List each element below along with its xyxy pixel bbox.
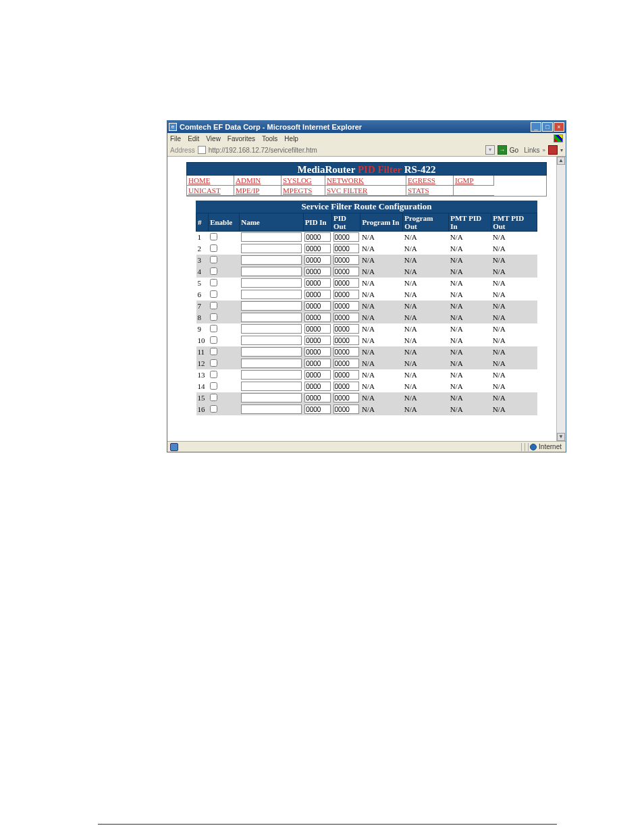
- enable-checkbox[interactable]: [210, 256, 217, 263]
- pid-out-input[interactable]: [333, 382, 359, 391]
- name-input[interactable]: [241, 267, 302, 276]
- links-chevron-icon[interactable]: »: [543, 147, 545, 153]
- pid-in-input[interactable]: [304, 278, 330, 288]
- enable-checkbox[interactable]: [210, 302, 217, 309]
- name-input[interactable]: [241, 232, 302, 242]
- pid-out-input[interactable]: [333, 278, 359, 288]
- pid-out-input[interactable]: [333, 347, 359, 357]
- nav-link-mpe-ip[interactable]: MPE/IP: [234, 186, 281, 196]
- pid-in-input[interactable]: [304, 324, 330, 334]
- close-button[interactable]: ×: [554, 122, 564, 132]
- nav-link-mpegts[interactable]: MPEGTS: [281, 186, 325, 196]
- menu-view[interactable]: View: [206, 135, 221, 142]
- pid-in-input[interactable]: [304, 347, 330, 357]
- menu-edit[interactable]: Edit: [188, 135, 199, 142]
- nav-link-svc-filter[interactable]: SVC FILTER: [325, 186, 406, 196]
- links-label[interactable]: Links: [524, 147, 539, 154]
- nav-link-admin[interactable]: ADMIN: [234, 176, 281, 186]
- pid-out-input[interactable]: [333, 336, 359, 345]
- name-input[interactable]: [241, 324, 302, 334]
- enable-checkbox[interactable]: [210, 244, 217, 252]
- pid-in-input[interactable]: [304, 301, 330, 311]
- pid-out-input[interactable]: [333, 359, 359, 368]
- maximize-button[interactable]: □: [542, 122, 553, 132]
- name-input[interactable]: [241, 290, 302, 299]
- enable-checkbox[interactable]: [210, 348, 217, 355]
- pid-in-input[interactable]: [304, 393, 330, 402]
- nav-link-egress[interactable]: EGRESS: [406, 176, 454, 186]
- pid-in-input[interactable]: [304, 382, 330, 391]
- toolbar-plugin-dropdown-icon[interactable]: ▾: [560, 147, 563, 153]
- enable-checkbox[interactable]: [210, 336, 217, 344]
- pid-in-input[interactable]: [304, 370, 330, 380]
- menu-help[interactable]: Help: [284, 135, 298, 142]
- pid-out-cell: [332, 323, 360, 335]
- name-input[interactable]: [241, 244, 302, 253]
- menu-tools[interactable]: Tools: [262, 135, 277, 142]
- pid-out-input[interactable]: [333, 393, 359, 402]
- pid-out-input[interactable]: [333, 290, 359, 299]
- nav-link-igmp[interactable]: IGMP: [454, 176, 494, 186]
- pid-out-input[interactable]: [333, 324, 359, 334]
- pid-out-input[interactable]: [333, 301, 359, 311]
- enable-checkbox[interactable]: [210, 371, 217, 378]
- scroll-up-button[interactable]: ▲: [557, 157, 565, 165]
- pid-out-input[interactable]: [333, 267, 359, 276]
- name-input[interactable]: [241, 301, 302, 311]
- enable-checkbox[interactable]: [210, 359, 217, 367]
- pid-out-input[interactable]: [333, 313, 359, 322]
- enable-checkbox[interactable]: [210, 279, 217, 286]
- name-input[interactable]: [241, 278, 302, 288]
- vertical-scrollbar[interactable]: ▲ ▼: [556, 157, 566, 441]
- pid-in-input[interactable]: [304, 313, 330, 322]
- address-input[interactable]: [209, 145, 483, 155]
- nav-link-unicast[interactable]: UNICAST: [187, 186, 234, 196]
- pid-in-input[interactable]: [304, 255, 330, 265]
- row-number: 4: [196, 266, 209, 278]
- nav-link-stats[interactable]: STATS: [406, 186, 454, 196]
- pid-in-input[interactable]: [304, 336, 330, 345]
- enable-checkbox[interactable]: [210, 405, 217, 413]
- pid-out-input[interactable]: [333, 405, 359, 414]
- enable-checkbox[interactable]: [210, 233, 217, 240]
- pid-in-input[interactable]: [304, 405, 330, 414]
- enable-checkbox[interactable]: [210, 267, 217, 275]
- name-input[interactable]: [241, 393, 302, 402]
- name-input[interactable]: [241, 255, 302, 265]
- name-input[interactable]: [241, 405, 302, 414]
- enable-checkbox[interactable]: [210, 313, 217, 321]
- name-input[interactable]: [241, 313, 302, 322]
- pid-in-input[interactable]: [304, 244, 330, 253]
- nav-link-syslog[interactable]: SYSLOG: [281, 176, 325, 186]
- go-button[interactable]: →: [498, 145, 507, 155]
- pmt-pid-out-value: N/A: [491, 369, 537, 381]
- name-input[interactable]: [241, 359, 302, 368]
- name-input[interactable]: [241, 347, 302, 357]
- pid-out-input[interactable]: [333, 232, 359, 242]
- program-in-value: N/A: [360, 266, 403, 278]
- pid-in-input[interactable]: [304, 232, 330, 242]
- page-title-suffix: RS-422: [402, 164, 435, 175]
- name-input[interactable]: [241, 336, 302, 345]
- content-area: ▲ ▼ MediaRouter PID Filter RS-422 HOMEAD…: [167, 156, 566, 441]
- nav-link-network[interactable]: NETWORK: [325, 176, 406, 186]
- pid-in-input[interactable]: [304, 359, 330, 368]
- enable-checkbox[interactable]: [210, 325, 217, 332]
- name-input[interactable]: [241, 382, 302, 391]
- pid-in-input[interactable]: [304, 267, 330, 276]
- minimize-button[interactable]: _: [531, 122, 541, 132]
- scroll-down-button[interactable]: ▼: [557, 433, 565, 441]
- pid-out-input[interactable]: [333, 255, 359, 265]
- enable-checkbox[interactable]: [210, 394, 217, 401]
- toolbar-plugin-icon[interactable]: [548, 145, 558, 155]
- name-input[interactable]: [241, 370, 302, 380]
- enable-checkbox[interactable]: [210, 290, 217, 298]
- enable-checkbox[interactable]: [210, 382, 217, 390]
- pid-out-input[interactable]: [333, 244, 359, 253]
- menu-file[interactable]: File: [170, 135, 181, 142]
- menu-favorites[interactable]: Favorites: [227, 135, 255, 142]
- nav-link-home[interactable]: HOME: [187, 176, 234, 186]
- address-dropdown-button[interactable]: ▾: [485, 145, 495, 155]
- pid-in-input[interactable]: [304, 290, 330, 299]
- pid-out-input[interactable]: [333, 370, 359, 380]
